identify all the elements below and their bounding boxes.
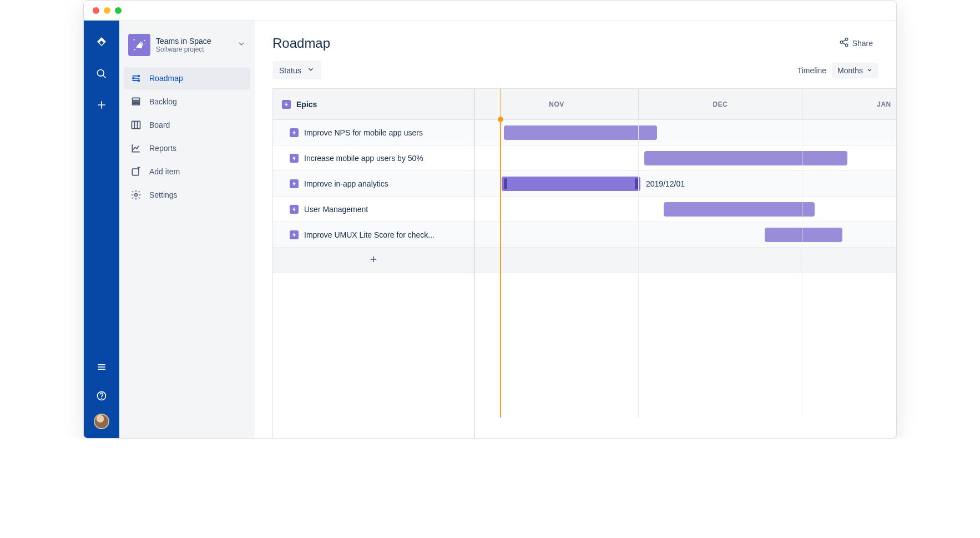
svg-point-12: [140, 42, 143, 44]
svg-point-31: [845, 44, 848, 47]
svg-point-11: [134, 49, 135, 50]
bar-resize-handle-right[interactable]: [635, 178, 638, 189]
svg-point-9: [134, 39, 135, 41]
svg-point-30: [840, 41, 843, 44]
menu-icon[interactable]: [90, 356, 113, 378]
epic-bar[interactable]: [664, 202, 815, 217]
month-header: DEC: [639, 89, 802, 119]
status-filter-label: Status: [279, 66, 301, 75]
add-item-icon: [130, 166, 142, 177]
svg-line-32: [842, 40, 845, 42]
epic-type-icon: [282, 100, 291, 109]
sidebar-item-roadmap[interactable]: Roadmap: [124, 67, 250, 89]
epic-bar[interactable]: [765, 228, 842, 242]
epic-title: User Management: [304, 205, 368, 214]
search-icon[interactable]: [90, 63, 113, 85]
epic-title: Improve in-app analytics: [304, 179, 388, 188]
sidebar-item-settings[interactable]: Settings: [124, 184, 250, 206]
epic-bar[interactable]: [644, 151, 847, 165]
svg-rect-22: [132, 121, 140, 128]
epic-row[interactable]: Improve in-app analytics: [273, 171, 474, 197]
sidebar-item-label: Backlog: [149, 97, 177, 106]
sidebar-item-label: Reports: [149, 144, 176, 153]
sidebar-item-label: Add item: [149, 167, 180, 176]
epic-row[interactable]: Increase mobile app users by 50%: [273, 145, 474, 171]
project-switcher[interactable]: Teams in Space Software project: [124, 29, 250, 61]
svg-point-29: [845, 38, 848, 41]
epic-type-icon: [290, 179, 299, 188]
epic-row[interactable]: User Management: [273, 197, 474, 222]
epic-title: Increase mobile app users by 50%: [304, 154, 423, 163]
timeline-zoom-label: Months: [837, 66, 863, 75]
roadmap-icon: [130, 73, 142, 84]
sidebar-item-reports[interactable]: Reports: [124, 137, 250, 159]
sidebar-item-board[interactable]: Board: [124, 114, 250, 136]
epic-bar[interactable]: [504, 125, 657, 140]
backlog-icon: [130, 96, 142, 107]
svg-rect-19: [132, 98, 139, 100]
sidebar-item-label: Board: [149, 120, 170, 129]
plus-icon: [368, 254, 378, 267]
sidebar-item-backlog[interactable]: Backlog: [124, 90, 250, 113]
timeline-label: Timeline: [797, 66, 826, 75]
timeline-row: [475, 197, 896, 222]
reports-icon: [130, 143, 142, 154]
epic-title: Improve UMUX Lite Score for check...: [304, 230, 435, 239]
project-avatar: [128, 34, 150, 56]
window-close-button[interactable]: [93, 7, 99, 14]
user-avatar[interactable]: [94, 414, 109, 429]
svg-rect-20: [132, 101, 139, 103]
epic-type-icon: [290, 230, 299, 239]
window-minimize-button[interactable]: [104, 7, 110, 14]
titlebar: [84, 1, 896, 21]
help-icon[interactable]: [90, 385, 113, 407]
timeline-row: [475, 222, 896, 248]
epic-title: Improve NPS for mobile app users: [304, 128, 423, 137]
epic-type-icon: [290, 205, 299, 214]
page-title: Roadmap: [272, 36, 330, 51]
epics-column-header: Epics: [273, 89, 474, 120]
svg-rect-21: [132, 103, 139, 105]
svg-line-1: [103, 76, 106, 78]
window-maximize-button[interactable]: [115, 7, 122, 14]
svg-point-18: [138, 80, 140, 82]
svg-point-14: [138, 76, 140, 77]
sidebar-item-add-item[interactable]: Add item: [124, 160, 250, 183]
jira-logo-icon[interactable]: [90, 32, 113, 54]
bar-date-label: 2019/12/01: [646, 179, 685, 188]
share-button[interactable]: Share: [833, 34, 878, 52]
project-type: Software project: [156, 46, 231, 53]
share-label: Share: [852, 39, 873, 48]
project-name: Teams in Space: [156, 37, 231, 46]
svg-point-16: [133, 78, 134, 79]
settings-icon: [130, 189, 142, 200]
share-icon: [839, 37, 849, 49]
project-sidebar: Teams in Space Software project Roadmap …: [119, 21, 255, 438]
svg-point-8: [102, 398, 102, 399]
svg-point-10: [144, 40, 145, 41]
epic-type-icon: [290, 128, 299, 137]
epic-bar[interactable]: 2019/12/01: [502, 177, 640, 191]
epic-row[interactable]: Improve UMUX Lite Score for check...: [273, 222, 474, 248]
svg-line-33: [842, 43, 845, 44]
timeline-zoom-select[interactable]: Months: [832, 63, 878, 78]
timeline-row: [475, 120, 896, 145]
epic-type-icon: [290, 154, 299, 163]
bar-resize-handle-left[interactable]: [504, 178, 507, 189]
board-icon: [130, 119, 142, 130]
chevron-down-icon: [307, 66, 315, 75]
epics-header-label: Epics: [296, 100, 317, 109]
status-filter-button[interactable]: Status: [272, 61, 321, 79]
sidebar-item-label: Roadmap: [149, 74, 183, 83]
epic-row[interactable]: Improve NPS for mobile app users: [273, 120, 474, 145]
svg-point-28: [135, 194, 138, 197]
sidebar-item-label: Settings: [149, 190, 178, 199]
create-icon[interactable]: [90, 94, 113, 116]
create-epic-button[interactable]: [273, 248, 474, 273]
month-header: JAN: [802, 89, 896, 119]
svg-rect-25: [132, 169, 139, 175]
timeline-row: 2019/12/01: [475, 171, 896, 197]
svg-point-0: [98, 70, 104, 77]
timeline-row: [475, 145, 896, 171]
chevron-down-icon: [866, 66, 873, 75]
